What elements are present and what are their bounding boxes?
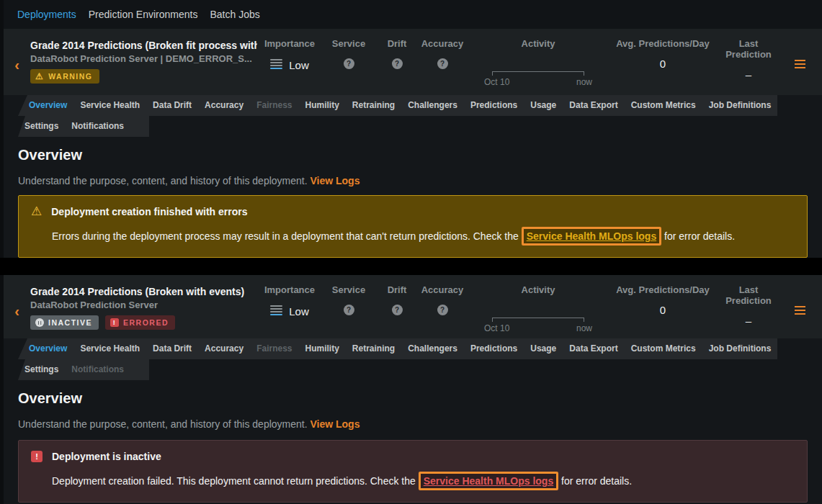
banner-title: Deployment is inactive — [52, 451, 161, 462]
warning-banner: ⚠ Deployment creation finished with erro… — [18, 195, 808, 258]
importance-label: Importance — [257, 284, 322, 295]
activity-label: Activity — [466, 38, 610, 49]
last-prediction-label: Last Prediction — [715, 38, 782, 60]
status-badge-inactive: INACTIVE — [30, 315, 99, 330]
activity-label: Activity — [466, 284, 610, 295]
banner-text: Errors during the deployment process may… — [52, 230, 522, 242]
tab-service-health[interactable]: Service Health — [73, 95, 146, 116]
tab-notifications[interactable]: Notifications — [65, 116, 130, 137]
deployment-subtitle: DataRobot Prediction Server — [30, 300, 257, 310]
badge-label: ERRORED — [123, 318, 169, 327]
nav-item-batch-jobs[interactable]: Batch Jobs — [210, 9, 259, 20]
drift-label: Drift — [375, 284, 419, 295]
tab-fairness: Fairness — [250, 338, 298, 359]
help-icon[interactable]: ? — [344, 58, 354, 69]
last-prediction-label: Last Prediction — [715, 284, 782, 306]
nav-item-deployments[interactable]: Deployments — [17, 9, 76, 20]
description-text: Understand the purpose, content, and his… — [18, 175, 310, 186]
page-title: Overview — [18, 390, 808, 407]
service-label: Service — [322, 38, 375, 49]
actions-menu-icon[interactable] — [795, 60, 805, 68]
deployment-header: ‹ Grade 2014 Predictions (Broken with ev… — [4, 275, 822, 338]
tab-data-drift[interactable]: Data Drift — [146, 95, 198, 116]
drift-label: Drift — [375, 38, 419, 49]
service-health-mlops-logs-link[interactable]: Service Health MLOps logs — [522, 227, 662, 246]
deployment-title: Grade 2014 Predictions (Broken fit proce… — [30, 40, 257, 51]
tab-settings[interactable]: Settings — [18, 359, 65, 380]
banner-text: for error details. — [661, 230, 735, 242]
last-prediction-value: – — [715, 68, 782, 81]
error-banner: ! Deployment is inactive Deployment crea… — [18, 440, 808, 503]
avg-predictions-label: Avg. Predictions/Day — [610, 38, 715, 49]
tab-service-health[interactable]: Service Health — [73, 338, 146, 359]
tab-job-definitions[interactable]: Job Definitions — [702, 338, 778, 359]
tab-humility[interactable]: Humility — [299, 95, 346, 116]
badge-label: INACTIVE — [48, 318, 92, 327]
tab-challengers[interactable]: Challengers — [401, 338, 464, 359]
status-badge-errored: ! ERRORED — [105, 315, 175, 330]
tab-usage[interactable]: Usage — [524, 338, 563, 359]
tab-accuracy[interactable]: Accuracy — [198, 338, 250, 359]
page-title: Overview — [18, 147, 808, 163]
avg-predictions-value: 0 — [610, 58, 715, 70]
view-logs-link[interactable]: View Logs — [310, 175, 359, 186]
activity-start-label: Oct 10 — [484, 77, 509, 87]
description-text: Understand the purpose, content, and his… — [18, 418, 310, 430]
accuracy-label: Accuracy — [419, 38, 466, 49]
page-description: Understand the purpose, content, and his… — [18, 175, 808, 186]
tab-challengers[interactable]: Challengers — [401, 95, 464, 116]
deployment-panel-warning: Deployments Prediction Environments Batc… — [0, 0, 822, 258]
back-chevron-icon[interactable]: ‹ — [14, 59, 19, 71]
tab-custom-metrics[interactable]: Custom Metrics — [625, 95, 702, 116]
service-health-mlops-logs-link[interactable]: Service Health MLOps logs — [419, 472, 559, 490]
service-label: Service — [322, 284, 375, 295]
banner-title: Deployment creation finished with errors — [51, 206, 247, 217]
help-icon[interactable]: ? — [392, 58, 403, 69]
avg-predictions-label: Avg. Predictions/Day — [610, 284, 715, 295]
tab-overview[interactable]: Overview — [18, 338, 73, 359]
tab-usage[interactable]: Usage — [524, 95, 563, 116]
tab-predictions[interactable]: Predictions — [464, 338, 524, 359]
pause-icon — [35, 318, 44, 327]
deployment-tabs: Overview Service Health Data Drift Accur… — [18, 95, 822, 137]
importance-label: Importance — [257, 38, 322, 49]
tab-data-export[interactable]: Data Export — [563, 338, 624, 359]
activity-start-label: Oct 10 — [484, 323, 509, 333]
badge-label: WARNING — [48, 72, 92, 81]
tab-predictions[interactable]: Predictions — [464, 95, 524, 116]
back-chevron-icon[interactable]: ‹ — [14, 305, 19, 317]
status-badge-warning: ⚠ WARNING — [30, 69, 99, 84]
tab-data-export[interactable]: Data Export — [563, 95, 624, 116]
help-icon[interactable]: ? — [392, 305, 403, 315]
tab-retraining[interactable]: Retraining — [346, 95, 401, 116]
top-navigation: Deployments Prediction Environments Batc… — [4, 0, 822, 29]
avg-predictions-value: 0 — [610, 304, 715, 316]
nav-item-prediction-environments[interactable]: Prediction Environments — [89, 9, 198, 20]
tab-overview[interactable]: Overview — [18, 95, 73, 116]
help-icon[interactable]: ? — [344, 305, 354, 315]
warning-icon: ⚠ — [35, 72, 44, 81]
tab-humility[interactable]: Humility — [299, 338, 346, 359]
tab-custom-metrics[interactable]: Custom Metrics — [625, 338, 702, 359]
tab-retraining[interactable]: Retraining — [346, 338, 401, 359]
deployment-panel-errored: ‹ Grade 2014 Predictions (Broken with ev… — [0, 275, 822, 504]
banner-text: for error details. — [558, 475, 632, 487]
deployment-header: ‹ Grade 2014 Predictions (Broken fit pro… — [4, 29, 822, 95]
activity-end-label: now — [576, 77, 592, 87]
tab-job-definitions[interactable]: Job Definitions — [702, 95, 778, 116]
tab-fairness: Fairness — [250, 95, 298, 116]
tab-settings[interactable]: Settings — [18, 116, 65, 137]
help-icon[interactable]: ? — [437, 305, 448, 315]
banner-body: Errors during the deployment process may… — [52, 227, 795, 246]
tab-accuracy[interactable]: Accuracy — [198, 95, 250, 116]
banner-text: Deployment creation failed. This deploym… — [52, 475, 419, 487]
deployment-title: Grade 2014 Predictions (Broken with even… — [30, 286, 257, 297]
tab-data-drift[interactable]: Data Drift — [146, 338, 198, 359]
error-icon: ! — [110, 318, 119, 327]
actions-menu-icon[interactable] — [795, 306, 805, 315]
deployment-tabs: Overview Service Health Data Drift Accur… — [18, 338, 822, 380]
activity-timeline-axis — [492, 71, 584, 76]
accuracy-label: Accuracy — [419, 284, 466, 295]
view-logs-link[interactable]: View Logs — [310, 418, 359, 430]
help-icon[interactable]: ? — [437, 58, 448, 69]
